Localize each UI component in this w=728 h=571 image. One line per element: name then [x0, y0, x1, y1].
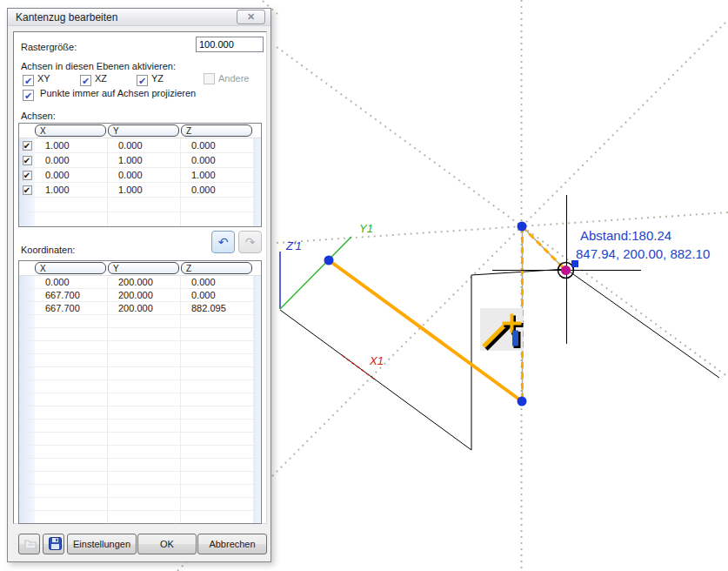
table-row[interactable]	[19, 212, 261, 227]
table-cell[interactable]	[108, 446, 181, 458]
table-cell[interactable]	[181, 198, 254, 212]
column-header[interactable]: Z	[181, 261, 254, 275]
table-row[interactable]	[19, 433, 261, 446]
vertex-start[interactable]	[324, 256, 334, 265]
table-cell[interactable]	[181, 367, 254, 380]
row-checkbox[interactable]: ✔	[23, 156, 32, 165]
table-row[interactable]	[19, 420, 261, 433]
table-cell[interactable]: 0.000	[181, 276, 254, 288]
table-cell[interactable]	[181, 511, 254, 523]
table-cell[interactable]: 0.000	[35, 153, 108, 167]
table-cell[interactable]	[181, 380, 254, 393]
table-cell[interactable]	[108, 420, 181, 432]
table-row[interactable]	[19, 446, 261, 459]
table-cell[interactable]	[35, 485, 108, 497]
table-row[interactable]	[19, 380, 261, 393]
project-checkbox[interactable]: ✔	[23, 90, 34, 101]
table-cell[interactable]	[108, 198, 181, 212]
table-cell[interactable]	[181, 315, 254, 327]
table-row[interactable]	[19, 406, 261, 420]
table-cell[interactable]	[35, 433, 108, 445]
table-row[interactable]	[19, 328, 261, 341]
table-cell[interactable]: 1.000	[181, 168, 254, 182]
table-cell[interactable]	[181, 354, 254, 366]
table-cell[interactable]: 0.000	[181, 153, 254, 167]
table-cell[interactable]: 0.000	[108, 138, 181, 152]
table-cell[interactable]	[35, 446, 108, 458]
checkbox-icon[interactable]	[204, 73, 215, 84]
achsen-table[interactable]: XYZ✔1.0000.0000.000✔0.0001.0000.000✔0.00…	[18, 123, 262, 227]
column-header[interactable]: Y	[108, 261, 181, 275]
table-cell[interactable]	[181, 472, 254, 484]
redo-button[interactable]: ↷	[238, 231, 262, 253]
table-cell[interactable]	[35, 341, 108, 353]
table-cell[interactable]: 1.000	[108, 153, 181, 167]
table-cell[interactable]	[35, 498, 108, 510]
table-row[interactable]	[19, 498, 261, 511]
table-cell[interactable]	[35, 406, 108, 419]
table-row[interactable]	[19, 393, 261, 406]
table-row[interactable]	[19, 511, 261, 524]
table-cell[interactable]	[108, 433, 181, 445]
table-cell[interactable]: 0.000	[35, 168, 108, 182]
table-cell[interactable]	[108, 393, 181, 406]
koordinaten-table[interactable]: XYZ0.000200.0000.000667.700200.0000.0006…	[18, 260, 262, 524]
table-cell[interactable]	[108, 459, 181, 471]
raster-input[interactable]	[196, 37, 264, 52]
plane-checkbox-yz[interactable]: ✔YZ	[137, 73, 164, 86]
row-checkbox[interactable]: ✔	[23, 185, 32, 195]
table-cell[interactable]: 1.000	[108, 183, 181, 197]
table-row[interactable]	[19, 472, 261, 485]
table-cell[interactable]	[108, 406, 181, 419]
table-row[interactable]	[19, 485, 261, 498]
table-cell[interactable]: 0.000	[181, 183, 254, 197]
close-button[interactable]: ✕	[237, 10, 265, 24]
table-cell[interactable]: 667.700	[35, 302, 108, 314]
column-header[interactable]: X	[35, 261, 108, 275]
table-cell[interactable]	[108, 367, 181, 380]
table-row[interactable]: 667.700200.0000.000	[19, 289, 261, 302]
table-cell[interactable]	[108, 341, 181, 353]
project-checkbox-row[interactable]: ✔ Punkte immer auf Achsen projizieren	[23, 88, 196, 101]
table-cell[interactable]: 0.000	[181, 138, 254, 152]
table-cell[interactable]	[181, 446, 254, 458]
table-cell[interactable]	[35, 459, 108, 471]
table-cell[interactable]	[181, 212, 254, 226]
table-cell[interactable]	[35, 511, 108, 523]
table-row[interactable]	[19, 367, 261, 380]
table-cell[interactable]	[35, 380, 108, 393]
table-cell[interactable]	[35, 393, 108, 406]
table-row[interactable]	[19, 354, 261, 367]
table-cell[interactable]	[181, 498, 254, 510]
table-cell[interactable]	[35, 315, 108, 327]
table-cell[interactable]	[35, 328, 108, 340]
table-row[interactable]: ✔1.0000.0000.000	[19, 138, 261, 153]
table-row[interactable]: 0.000200.0000.000	[19, 276, 261, 289]
row-checkbox[interactable]: ✔	[23, 141, 32, 151]
plane-checkbox-xy[interactable]: ✔XY	[23, 73, 50, 86]
save-button[interactable]	[43, 534, 64, 554]
table-cell[interactable]	[181, 393, 254, 406]
table-cell[interactable]	[181, 406, 254, 419]
table-row[interactable]	[19, 459, 261, 472]
checkbox-icon[interactable]: ✔	[23, 75, 34, 86]
load-button[interactable]	[18, 534, 40, 554]
table-cell[interactable]	[35, 472, 108, 484]
checkbox-icon[interactable]: ✔	[80, 75, 91, 86]
table-cell[interactable]	[108, 485, 181, 497]
table-cell[interactable]	[35, 367, 108, 380]
table-cell[interactable]	[108, 212, 181, 226]
column-header[interactable]: X	[35, 124, 108, 138]
plane-checkbox-xz[interactable]: ✔XZ	[80, 73, 107, 86]
table-cell[interactable]: 200.000	[108, 289, 181, 301]
table-cell[interactable]: 667.700	[35, 289, 108, 301]
column-header[interactable]: Y	[108, 124, 181, 138]
table-cell[interactable]	[35, 420, 108, 432]
table-row[interactable]	[19, 315, 261, 328]
table-row[interactable]: 667.700200.000882.095	[19, 302, 261, 315]
table-cell[interactable]: 0.000	[108, 168, 181, 182]
table-cell[interactable]: 0.000	[35, 276, 108, 288]
vertex-middle[interactable]	[518, 397, 527, 406]
table-row[interactable]	[19, 198, 261, 212]
table-cell[interactable]	[108, 472, 181, 484]
